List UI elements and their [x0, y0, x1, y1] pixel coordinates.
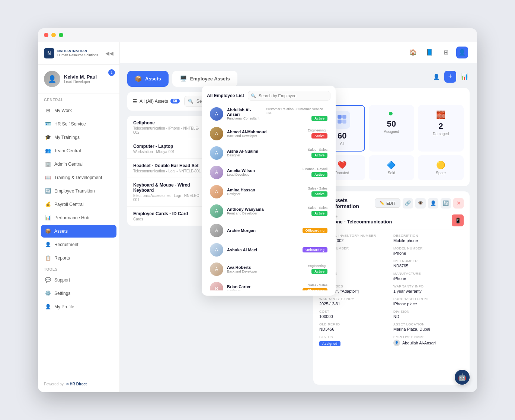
warranty-info-label: Warranty Info [393, 284, 464, 288]
emp-dept-9: Sales · Sales [308, 283, 327, 287]
emp-dept-2: Sales · Sales [308, 148, 327, 152]
employee-search-input[interactable] [248, 91, 330, 101]
notification-badge[interactable]: 1 [108, 69, 115, 76]
sidebar-item-my-profile[interactable]: 👤 My Profile [41, 300, 116, 313]
sidebar-item-assets[interactable]: 📦 Assets [41, 225, 116, 238]
sidebar-item-hr-self-service[interactable]: 🪪 HR Self Service [41, 118, 116, 130]
warranty-expiry-label: Warranty Expiry [319, 297, 390, 301]
sidebar-item-settings[interactable]: ⚙️ Settings [41, 287, 116, 300]
status-field-value: Assigned [319, 341, 340, 346]
export-btn[interactable]: 📊 [459, 71, 470, 82]
team-central-icon: 👥 [45, 147, 51, 154]
sidebar-item-support[interactable]: 💬 Support [41, 274, 116, 286]
emp-item-8[interactable]: A Ava Roberts Back and Developer Enginee… [207, 260, 330, 279]
collapse-button[interactable]: ◀◀ [105, 50, 113, 56]
sidebar-label-training-development: Training & Development [54, 175, 102, 180]
emp-role-9: Designer [227, 289, 251, 290]
emp-role-8: Back and Developer [227, 270, 257, 273]
book-icon[interactable]: 📘 [423, 47, 435, 58]
sidebar-label-assets: Assets [54, 229, 68, 234]
sidebar-item-payroll-central[interactable]: 💰 Payroll Central [41, 198, 116, 211]
search-icon: 🔍 [188, 99, 193, 104]
emp-name-2: Aisha Al-Nuaimi [227, 149, 258, 153]
chatbot-button[interactable]: 🤖 [455, 370, 470, 385]
damaged-count: 2 [439, 121, 443, 131]
model-number-value: iPhone [393, 251, 464, 255]
tab-employee-assets[interactable]: 🖥️ Employee Assets [172, 71, 237, 87]
purchased-from-label: Purchased From [393, 297, 464, 301]
sidebar-label-recruitment: Recruitment [54, 242, 79, 247]
emp-item-9[interactable]: B Brian Carter Designer Sales · Sales Of… [207, 279, 330, 290]
support-icon: 💬 [45, 277, 51, 283]
my-profile-icon: 👤 [45, 303, 51, 310]
purchased-from-value: iPhone place [393, 302, 464, 306]
emp-status-1: Active [311, 133, 327, 139]
sidebar-item-my-work[interactable]: ⊞ My Work [41, 104, 116, 117]
detail-header: 📦 Assets Information ✏️ EDIT 🔗 👁️ [319, 197, 464, 209]
emp-avatar-5: A [210, 204, 223, 218]
employee-assets-tab-label: Employee Assets [190, 76, 230, 82]
home-icon[interactable]: 🏠 [407, 47, 419, 58]
sidebar-label-payroll-central: Payroll Central [54, 202, 84, 207]
sidebar-item-admin-central[interactable]: 🏢 Admin Central [41, 158, 116, 171]
emp-name-7: Ashuka Al Mael [227, 248, 257, 252]
sidebar-item-recruitment[interactable]: 👤 Recruitment [41, 238, 116, 251]
employee-avatar: 👤 [393, 340, 400, 346]
assign-button[interactable]: 👤 [428, 198, 438, 209]
emp-name-0: Abdullah Al-Ansari [227, 108, 262, 117]
add-btn[interactable]: + [444, 71, 456, 83]
stat-spare: 🟡 Spare [418, 155, 464, 180]
field-manufacture: Manufacture iPhone [393, 272, 464, 281]
field-employee-name: Employee Name 👤 Abdullah Al-Ansari [393, 335, 464, 346]
emp-item-4[interactable]: A Amina Hassan Designer Sales · Sales Ac… [207, 182, 330, 201]
asset-name-2: Headset - Double Ear Head Set [133, 163, 201, 168]
asset-detail-card: 📦 Assets Information ✏️ EDIT 🔗 👁️ [313, 191, 470, 385]
emp-avatar-3: A [210, 166, 223, 179]
link-button[interactable]: 🔗 [403, 198, 413, 209]
emp-name-6: Archie Morgan [227, 228, 256, 233]
transfer-button[interactable]: 🔄 [441, 198, 451, 209]
sidebar-item-my-trainings[interactable]: 🎓 My Trainings [41, 131, 116, 144]
sidebar-item-reports[interactable]: 📋 Reports [41, 252, 116, 264]
share-button[interactable]: 👁️ [415, 198, 426, 209]
tab-assets[interactable]: 📦 Assets [127, 71, 169, 87]
emp-status-3: Active [311, 172, 327, 177]
logo-box: N [44, 48, 54, 58]
sidebar: N NATHAN+NATHAN Human Resource Solutions… [38, 42, 120, 392]
stat-sold: 🔷 Sold [369, 155, 415, 180]
sidebar-label-hr-self-service: HR Self Service [54, 121, 86, 127]
user-icon[interactable]: 👤 [456, 47, 468, 58]
sidebar-item-performance-hub[interactable]: 📊 Performance Hub [41, 211, 116, 224]
sidebar-label-performance-hub: Performance Hub [54, 215, 89, 220]
emp-item-5[interactable]: A Anthony Wanyama Front and Developer Sa… [207, 201, 330, 221]
emp-item-3[interactable]: A Amelia Wilson Lead Developer Finance ·… [207, 163, 330, 182]
emp-item-0[interactable]: A Abdullah Al-Ansari Functional Consulta… [207, 104, 330, 124]
status-card: Status [313, 88, 470, 186]
emp-name-8: Ava Roberts [227, 265, 257, 270]
sidebar-item-team-central[interactable]: 👥 Team Central [41, 144, 116, 157]
emp-item-1[interactable]: A Ahmed Al-Mahmoud Back and Developer En… [207, 124, 330, 143]
stat-assigned: 50 Assigned [369, 105, 415, 152]
grid-icon[interactable]: ⊞ [440, 47, 452, 58]
field-warranty-info: Warranty Info 1 year warranty [393, 284, 464, 293]
close-btn[interactable] [44, 33, 48, 37]
person-add-btn[interactable]: 👤 [431, 71, 441, 82]
employee-assets-tab-icon: 🖥️ [180, 75, 187, 82]
app-window: N NATHAN+NATHAN Human Resource Solutions… [38, 28, 477, 392]
sidebar-item-employee-transition[interactable]: 🔄 Employee Transition [41, 185, 116, 197]
sidebar-item-training-development[interactable]: 📖 Training & Development [41, 171, 116, 184]
maximize-btn[interactable] [59, 33, 63, 37]
emp-dept-1: Engineering · [308, 128, 327, 132]
damaged-label: Damaged [433, 132, 449, 136]
division-value: ND [393, 314, 464, 319]
emp-item-6[interactable]: A Archie Morgan Offboarding [207, 221, 330, 240]
edit-button[interactable]: ✏️ EDIT [375, 198, 400, 208]
detail-title: Assets Information [330, 197, 375, 209]
emp-item-2[interactable]: A Aisha Al-Nuaimi Designer Sales · Sales… [207, 143, 330, 163]
asset-sub-2: Telecommunication - Logi - NNTELE-001 [133, 169, 201, 173]
delete-button[interactable]: ✕ [453, 198, 464, 209]
minimize-btn[interactable] [51, 33, 56, 37]
emp-avatar-8: A [210, 262, 223, 276]
emp-item-7[interactable]: A Ashuka Al Mael Onboarding [207, 240, 330, 260]
emp-dept-5: Sales · Sales [308, 206, 327, 210]
